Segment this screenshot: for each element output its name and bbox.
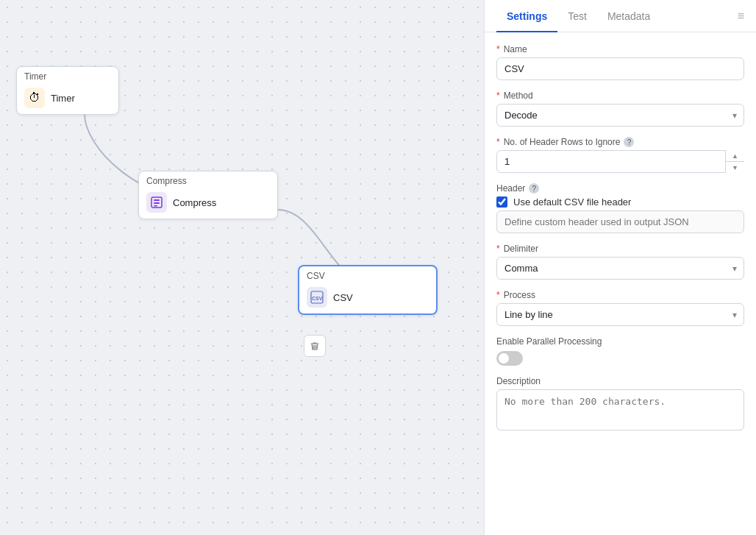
node-timer-label: Timer <box>51 93 75 104</box>
node-timer[interactable]: Timer ⏱ Timer <box>16 66 119 115</box>
node-compress-header: Compress <box>139 171 277 188</box>
name-input[interactable] <box>496 57 744 80</box>
delimiter-select[interactable]: Comma Semicolon Tab Pipe <box>496 257 744 280</box>
parallel-processing-label: Enable Parallel Processing <box>496 336 744 347</box>
panel-menu-icon[interactable]: ≡ <box>738 10 744 23</box>
method-select[interactable]: Decode Encode <box>496 104 744 127</box>
compress-icon <box>146 192 167 213</box>
description-field-group: Description <box>496 376 744 431</box>
tab-settings[interactable]: Settings <box>496 0 557 32</box>
right-panel: Settings Test Metadata ≡ * Name * Method… <box>484 0 756 535</box>
header-rows-spinner-buttons: ▲ ▼ <box>725 150 744 173</box>
svg-rect-1 <box>154 199 160 201</box>
use-default-header-row: Use default CSV file header <box>496 196 744 208</box>
tab-test[interactable]: Test <box>557 0 597 32</box>
header-rows-field-group: * No. of Header Rows to Ignore ? ▲ ▼ <box>496 137 744 173</box>
header-rows-decrement-button[interactable]: ▼ <box>726 162 744 173</box>
use-default-header-checkbox[interactable] <box>496 196 507 208</box>
header-help-icon[interactable]: ? <box>529 183 539 194</box>
delimiter-select-wrapper: Comma Semicolon Tab Pipe ▾ <box>496 257 744 280</box>
parallel-processing-group: Enable Parallel Processing <box>496 336 744 366</box>
tab-metadata[interactable]: Metadata <box>597 0 660 32</box>
method-select-wrapper: Decode Encode ▾ <box>496 104 744 127</box>
process-select-wrapper: Line by line Whole file ▾ <box>496 303 744 326</box>
delimiter-field-group: * Delimiter Comma Semicolon Tab Pipe ▾ <box>496 244 744 280</box>
description-textarea[interactable] <box>496 389 744 431</box>
node-csv-header: CSV <box>299 266 436 283</box>
use-default-header-label: Use default CSV file header <box>513 196 631 208</box>
node-timer-header: Timer <box>17 67 118 83</box>
header-rows-spinner-wrapper: ▲ ▼ <box>496 150 744 173</box>
header-field-group: Header ? Use default CSV file header <box>496 183 744 233</box>
method-label: * Method <box>496 91 744 101</box>
header-rows-increment-button[interactable]: ▲ <box>726 150 744 162</box>
form-content: * Name * Method Decode Encode ▾ * <box>485 32 756 448</box>
header-rows-input[interactable] <box>496 150 744 173</box>
csv-icon: CSV <box>307 287 327 308</box>
description-label: Description <box>496 376 744 386</box>
parallel-processing-toggle[interactable] <box>496 351 523 366</box>
name-field-group: * Name <box>496 44 744 80</box>
process-select[interactable]: Line by line Whole file <box>496 303 744 326</box>
process-label: * Process <box>496 290 744 300</box>
canvas[interactable]: Timer ⏱ Timer Compress Compress CSV CSV … <box>0 0 484 535</box>
tabs-header: Settings Test Metadata ≡ <box>485 0 756 32</box>
custom-header-input[interactable] <box>496 210 744 233</box>
delete-node-button[interactable] <box>304 335 326 357</box>
header-rows-label: * No. of Header Rows to Ignore ? <box>496 137 744 147</box>
node-csv[interactable]: CSV CSV CSV <box>298 265 438 315</box>
tabs-list: Settings Test Metadata <box>496 0 660 32</box>
header-label: Header ? <box>496 183 744 194</box>
header-rows-help-icon[interactable]: ? <box>624 137 634 147</box>
svg-rect-3 <box>154 205 157 207</box>
timer-icon: ⏱ <box>24 88 45 108</box>
process-field-group: * Process Line by line Whole file ▾ <box>496 290 744 326</box>
node-csv-label: CSV <box>333 292 353 303</box>
name-label: * Name <box>496 44 744 54</box>
node-compress[interactable]: Compress Compress <box>138 171 278 219</box>
svg-rect-2 <box>154 202 160 204</box>
node-compress-label: Compress <box>173 197 216 208</box>
method-field-group: * Method Decode Encode ▾ <box>496 91 744 127</box>
delimiter-label: * Delimiter <box>496 244 744 254</box>
svg-text:CSV: CSV <box>312 296 323 301</box>
